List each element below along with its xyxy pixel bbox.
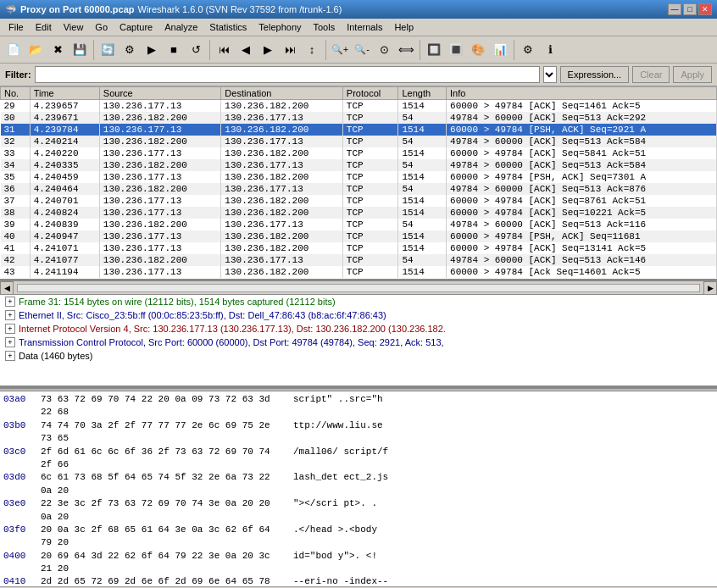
table-row[interactable]: 324.240214130.236.182.200130.236.177.13T… xyxy=(1,136,717,147)
scroll-right-btn[interactable]: ▶ xyxy=(703,281,717,295)
maximize-button[interactable]: □ xyxy=(683,3,697,15)
minimize-button[interactable]: — xyxy=(668,3,681,15)
table-row[interactable]: 304.239671130.236.182.200130.236.177.13T… xyxy=(1,112,717,124)
tb-auto-scroll[interactable]: 📊 xyxy=(490,40,510,60)
tb-goto[interactable]: ↕ xyxy=(302,40,322,60)
close-button[interactable]: ✕ xyxy=(698,3,712,15)
hex-ascii: ttp://www.liu.se xyxy=(293,419,383,446)
menu-item-file[interactable]: File xyxy=(3,20,29,34)
table-row[interactable]: 294.239657130.236.177.13130.236.182.200T… xyxy=(1,100,717,113)
table-body: 294.239657130.236.177.13130.236.182.200T… xyxy=(1,100,717,279)
tb-reload[interactable]: 🔄 xyxy=(97,40,118,60)
cell-protocol: TCP xyxy=(342,230,398,242)
cell-source: 130.236.182.200 xyxy=(99,136,221,147)
expand-icon[interactable]: + xyxy=(5,310,15,320)
cell-destination: 130.236.182.200 xyxy=(221,242,343,254)
col-header-source: Source xyxy=(99,87,221,100)
tb-new[interactable]: 📄 xyxy=(3,40,24,60)
cell-time: 4.239671 xyxy=(30,112,99,124)
cell-source: 130.236.182.200 xyxy=(99,112,221,124)
cell-protocol: TCP xyxy=(342,254,398,266)
tb-normal-size[interactable]: ⊙ xyxy=(374,40,394,60)
cell-no: 38 xyxy=(1,207,31,219)
filter-dropdown[interactable] xyxy=(543,66,557,83)
tb-save[interactable]: 💾 xyxy=(69,40,90,60)
cell-no: 35 xyxy=(1,171,31,183)
detail-row[interactable]: +Ethernet II, Src: Cisco_23:5b:ff (00:0c… xyxy=(0,308,717,322)
hex-ascii: /mall06/ script/f xyxy=(293,446,388,472)
menu-item-telephony[interactable]: Telephony xyxy=(253,20,306,34)
tb-capture-options[interactable]: ⚙ xyxy=(119,40,140,60)
table-row[interactable]: 394.240839130.236.182.200130.236.177.13T… xyxy=(1,219,717,230)
hex-dump-pane[interactable]: 03a073 63 72 69 70 74 22 20 0a 09 73 72 … xyxy=(0,391,717,586)
tb-zoom-in[interactable]: 🔍+ xyxy=(330,40,350,60)
cell-protocol: TCP xyxy=(342,100,398,113)
table-row[interactable]: 414.241071130.236.177.13130.236.182.200T… xyxy=(1,242,717,254)
tb-restart-capture[interactable]: ↺ xyxy=(186,40,206,60)
tb-scroll-fwd[interactable]: ⏭ xyxy=(280,40,300,60)
tb-capture-filter[interactable]: 🔲 xyxy=(424,40,444,60)
cell-no: 31 xyxy=(1,124,31,136)
tb-prefs[interactable]: ⚙ xyxy=(518,40,538,60)
hex-ascii: script" ..src="h xyxy=(293,393,383,419)
table-row[interactable]: 314.239784130.236.177.13130.236.182.200T… xyxy=(1,124,717,136)
hex-bytes: 2f 6d 61 6c 6c 6f 36 2f 73 63 72 69 70 7… xyxy=(41,446,286,472)
detail-row[interactable]: +Internet Protocol Version 4, Src: 130.2… xyxy=(0,322,717,336)
tb-zoom-out[interactable]: 🔍- xyxy=(352,40,372,60)
table-row[interactable]: 404.240947130.236.177.13130.236.182.200T… xyxy=(1,230,717,242)
detail-row[interactable]: +Data (1460 bytes) xyxy=(0,349,717,363)
tb-start-capture[interactable]: ▶ xyxy=(142,40,162,60)
table-row[interactable]: 334.240220130.236.177.13130.236.182.200T… xyxy=(1,147,717,159)
tb-prev[interactable]: ◀ xyxy=(236,40,256,60)
cell-source: 130.236.177.13 xyxy=(99,266,221,278)
scroll-track[interactable] xyxy=(17,284,700,292)
menu-item-statistics[interactable]: Statistics xyxy=(204,20,252,34)
menu-item-analyze[interactable]: Analyze xyxy=(159,20,203,34)
table-row[interactable]: 364.240464130.236.182.200130.236.177.13T… xyxy=(1,183,717,195)
tb-display-filter[interactable]: 🔳 xyxy=(446,40,466,60)
table-row[interactable]: 384.240824130.236.177.13130.236.182.200T… xyxy=(1,207,717,219)
tb-colorize[interactable]: 🎨 xyxy=(468,40,488,60)
table-row[interactable]: 344.240335130.236.182.200130.236.177.13T… xyxy=(1,159,717,171)
cell-time: 4.240839 xyxy=(30,219,99,230)
expand-icon[interactable]: + xyxy=(5,297,15,307)
cell-destination: 130.236.182.200 xyxy=(221,100,343,113)
tb-open[interactable]: 📂 xyxy=(25,40,46,60)
table-row[interactable]: 354.240459130.236.177.13130.236.182.200T… xyxy=(1,171,717,183)
packet-list-pane[interactable]: No.TimeSourceDestinationProtocolLengthIn… xyxy=(0,86,717,281)
detail-row[interactable]: +Frame 31: 1514 bytes on wire (12112 bit… xyxy=(0,295,717,308)
cell-protocol: TCP xyxy=(342,183,398,195)
horizontal-scrollbar[interactable]: ◀ ▶ xyxy=(0,281,717,295)
table-row[interactable]: 424.241077130.236.182.200130.236.177.13T… xyxy=(1,254,717,266)
table-row[interactable]: 374.240701130.236.177.13130.236.182.200T… xyxy=(1,195,717,207)
expand-icon[interactable]: + xyxy=(5,337,15,347)
menu-item-view[interactable]: View xyxy=(58,20,89,34)
tb-sep4 xyxy=(420,40,420,60)
tb-stop-capture[interactable]: ■ xyxy=(164,40,184,60)
tb-scroll-back[interactable]: ⏮ xyxy=(214,40,234,60)
filter-input[interactable] xyxy=(35,66,540,83)
cell-time: 4.239784 xyxy=(30,124,99,136)
menu-item-go[interactable]: Go xyxy=(90,20,113,34)
cell-source: 130.236.182.200 xyxy=(99,254,221,266)
tb-about[interactable]: ℹ xyxy=(540,40,560,60)
tb-next[interactable]: ▶ xyxy=(258,40,278,60)
menu-item-capture[interactable]: Capture xyxy=(114,20,158,34)
menu-item-help[interactable]: Help xyxy=(389,20,419,34)
menu-item-edit[interactable]: Edit xyxy=(31,20,57,34)
cell-info: 60000 > 49784 [ACK] Seq=5841 Ack=51 xyxy=(447,147,717,159)
tb-close[interactable]: ✖ xyxy=(47,40,68,60)
menu-item-tools[interactable]: Tools xyxy=(308,20,341,34)
apply-button[interactable]: Apply xyxy=(673,66,712,83)
detail-row[interactable]: +Transmission Control Protocol, Src Port… xyxy=(0,336,717,349)
clear-button[interactable]: Clear xyxy=(632,66,670,83)
hex-bytes: 73 63 72 69 70 74 22 20 0a 09 73 72 63 3… xyxy=(41,393,286,419)
expand-icon[interactable]: + xyxy=(5,351,15,361)
cell-info: 49784 > 60000 [ACK] Seq=513 Ack=146 xyxy=(447,254,717,266)
scroll-left-btn[interactable]: ◀ xyxy=(0,281,14,295)
expand-icon[interactable]: + xyxy=(5,324,15,334)
expression-button[interactable]: Expression... xyxy=(560,66,630,83)
tb-resize[interactable]: ⟺ xyxy=(396,40,416,60)
table-row[interactable]: 434.241194130.236.177.13130.236.182.200T… xyxy=(1,266,717,278)
menu-item-internals[interactable]: Internals xyxy=(342,20,387,34)
